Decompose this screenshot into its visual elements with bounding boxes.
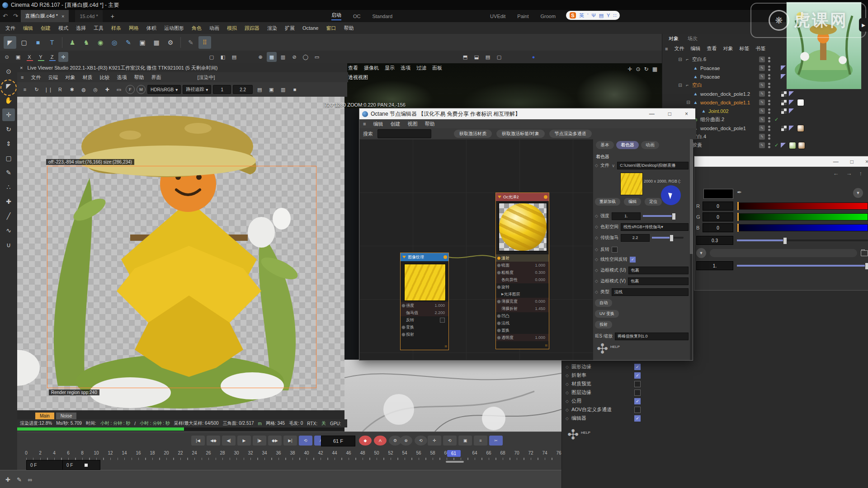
- value-slider[interactable]: [652, 237, 684, 239]
- texture-tag-icon[interactable]: [781, 125, 787, 131]
- octane-menu-创建[interactable]: 创建: [390, 121, 400, 127]
- snap-icon[interactable]: ⊕: [255, 52, 265, 62]
- range-end-field[interactable]: 0 F: [62, 460, 100, 470]
- lv-clipboard-icon[interactable]: ▥: [278, 84, 288, 94]
- roughness-slider[interactable]: [737, 239, 868, 241]
- dropdown-field[interactable]: 线性sRGB+传统伽马 ▾: [621, 223, 689, 231]
- menu-item-样条[interactable]: 样条: [111, 25, 121, 32]
- mix-slider[interactable]: [737, 265, 868, 267]
- rotation-key-button[interactable]: ⟲: [415, 436, 427, 446]
- frame-tool-icon[interactable]: ▢: [2, 152, 15, 164]
- vp-pan-icon[interactable]: ✛: [627, 66, 632, 72]
- zoom-tool-icon[interactable]: ⊙: [2, 65, 15, 78]
- minimize-icon[interactable]: —: [833, 159, 839, 165]
- move-tool-icon[interactable]: ✛: [2, 108, 15, 121]
- render-region-rect[interactable]: [47, 166, 316, 388]
- lv-menu-帮助[interactable]: 帮助: [134, 74, 144, 81]
- node-render-passes-button[interactable]: 节点渲染多通道: [549, 130, 592, 138]
- channel-checkbox[interactable]: ✓: [634, 398, 641, 404]
- visibility-dots[interactable]: [768, 100, 770, 105]
- eyedropper-icon[interactable]: ✒: [737, 189, 742, 196]
- hand-tool-icon[interactable]: ✋: [2, 94, 15, 107]
- layer-icon[interactable]: ✎: [759, 74, 765, 80]
- joint-tool-icon[interactable]: ♞: [80, 36, 93, 49]
- layout-tab-UVEdit[interactable]: UVEdit: [490, 14, 505, 19]
- collapse-icon[interactable]: [402, 256, 406, 258]
- collapse-arrow-button[interactable]: ▶: [859, 18, 868, 32]
- tree-row-wooden_dock_pole1.1[interactable]: ⊟▲wooden_dock_pole1.1✎: [662, 98, 868, 107]
- forward-icon[interactable]: →: [846, 170, 852, 177]
- octane-menu-帮助[interactable]: 帮助: [425, 121, 434, 127]
- expand-icon[interactable]: ⊟: [678, 57, 683, 62]
- rotate-tool-icon[interactable]: ↻: [2, 123, 15, 136]
- lv-settings-icon[interactable]: ✱: [67, 84, 77, 94]
- texture-tag-icon[interactable]: [781, 99, 787, 106]
- prev-key-button[interactable]: ◀◆: [207, 436, 220, 446]
- phong-tag-icon[interactable]: [789, 100, 794, 105]
- expand-icon[interactable]: ⊟: [686, 100, 691, 105]
- material-thumbnail[interactable]: [797, 99, 804, 106]
- mini-move-icon[interactable]: ✛: [428, 436, 441, 446]
- output-port[interactable]: [443, 255, 447, 259]
- channel-checkbox[interactable]: ✓: [634, 415, 641, 422]
- knife-tool-icon[interactable]: ╱: [2, 210, 15, 222]
- tree-row-wooden_dock_pole1.2[interactable]: ▲wooden_dock_pole1.2✎: [662, 89, 868, 98]
- layout-tab-Standard[interactable]: Standard: [372, 14, 392, 19]
- lv-menu-对象[interactable]: 对象: [65, 74, 75, 81]
- points-tool-icon[interactable]: ∴: [2, 181, 15, 193]
- display-mode-dropdown[interactable]: HDR/sRGB▾: [147, 85, 181, 94]
- close-icon[interactable]: ×: [865, 159, 868, 165]
- tab-noise[interactable]: Noise: [56, 413, 77, 419]
- viewport-solo-icon[interactable]: ▣: [13, 52, 23, 62]
- get-active-material-button[interactable]: 获取激活材质: [454, 130, 492, 138]
- menu-item-工具[interactable]: 工具: [94, 25, 104, 32]
- y-axis-button[interactable]: Y: [36, 52, 46, 62]
- enabled-check-icon[interactable]: ✓: [774, 117, 778, 122]
- layer-icon[interactable]: ✎: [759, 134, 765, 140]
- g-gradient-slider[interactable]: [737, 213, 868, 221]
- b-value-field[interactable]: 0: [703, 223, 733, 232]
- up-icon[interactable]: ↑: [859, 170, 863, 177]
- tab-main[interactable]: Main: [35, 413, 54, 419]
- viewport-menu-显示[interactable]: 显示: [385, 65, 395, 71]
- lv-region-button[interactable]: ▭: [114, 84, 124, 94]
- current-frame-field[interactable]: 61 F: [321, 436, 355, 446]
- channel-checkbox[interactable]: [634, 381, 641, 387]
- kernel-dropdown[interactable]: 路径追踪▾: [183, 85, 211, 94]
- material-thumbnail[interactable]: [798, 142, 805, 149]
- display-mode-icon[interactable]: ▢: [207, 52, 217, 62]
- mini-scale-icon[interactable]: ▣: [458, 436, 472, 446]
- magnet-tool-icon[interactable]: ∪: [2, 239, 15, 251]
- uv-transform-button[interactable]: UV 变换: [595, 310, 619, 318]
- selection-tool-icon[interactable]: ◤: [4, 36, 16, 49]
- octane-menu-编辑[interactable]: 编辑: [373, 121, 383, 127]
- layer-icon[interactable]: ✎: [759, 117, 765, 122]
- auto-button[interactable]: 自动: [595, 299, 612, 307]
- texture-options-icon[interactable]: ▼: [696, 248, 706, 258]
- material-thumbnail[interactable]: [797, 125, 804, 132]
- layer-icon[interactable]: ✎: [759, 125, 765, 131]
- torus-spline-icon[interactable]: ◎: [108, 36, 121, 49]
- input-port[interactable]: [401, 333, 406, 337]
- sogou-tool-icon-4[interactable]: ∷: [613, 13, 616, 19]
- spline-tool-icon[interactable]: ∿: [2, 224, 15, 237]
- tree-row-胶囊[interactable]: ⊟⬤胶囊✎✓: [662, 141, 868, 150]
- interactive-render-region-icon[interactable]: ⠿: [198, 36, 211, 49]
- layer-icon[interactable]: ✎: [759, 99, 765, 105]
- close-tab-icon[interactable]: ×: [61, 14, 64, 19]
- om-menu-标签[interactable]: 标签: [739, 45, 749, 52]
- menu-item-体积[interactable]: 体积: [146, 25, 156, 32]
- octane-title-bar[interactable]: Octane 节点编辑器 【汉化不易 免费分享 作者标识 相互理解】 — □ ×: [359, 108, 695, 119]
- sogou-tool-icon-0[interactable]: ’: [587, 13, 588, 18]
- vp-zoom-icon[interactable]: ⊙: [636, 66, 641, 72]
- render-view-icon[interactable]: ▦: [150, 36, 163, 49]
- grid-snap-icon[interactable]: ▦: [267, 52, 277, 62]
- draw-timeline-icon[interactable]: ✎: [17, 476, 22, 483]
- texture-path-bar[interactable]: [710, 249, 857, 257]
- g-value-field[interactable]: 0: [703, 212, 733, 221]
- image-texture-node-header[interactable]: 图像纹理: [401, 253, 448, 261]
- object-manager-tab-场次[interactable]: 场次: [688, 35, 698, 42]
- next-frame-button[interactable]: |▶: [253, 436, 266, 446]
- lv-save-image-icon[interactable]: ▤: [255, 84, 264, 94]
- visibility-dots[interactable]: [768, 134, 770, 140]
